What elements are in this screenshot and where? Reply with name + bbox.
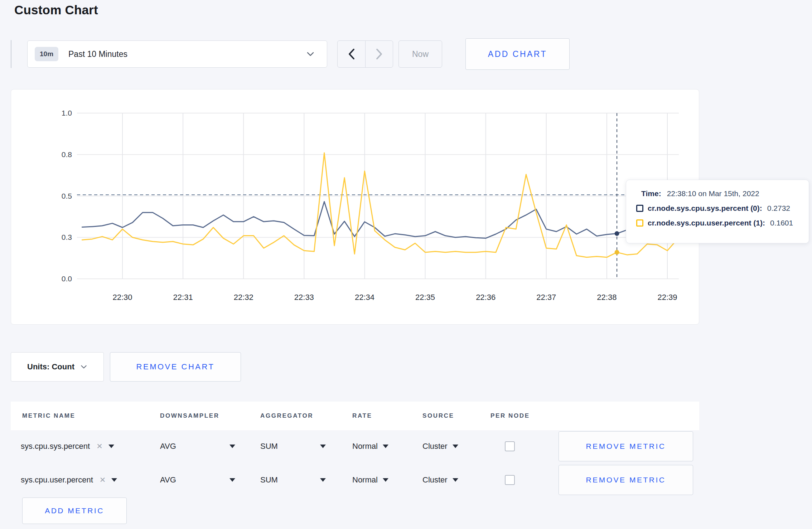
add-chart-button[interactable]: ADD CHART xyxy=(465,38,570,70)
chart-card: 0.00.30.50.81.022:3022:3122:3222:3322:34… xyxy=(11,89,699,325)
source-value: Cluster xyxy=(422,442,448,451)
x-axis-tick-label: 22:30 xyxy=(112,293,132,302)
remove-chart-button[interactable]: REMOVE CHART xyxy=(110,352,241,382)
caret-down-icon xyxy=(320,478,326,482)
chart-tooltip: Time: 22:38:10 on Mar 15th, 2022 cr.node… xyxy=(626,180,809,243)
now-button[interactable]: Now xyxy=(398,40,442,68)
tooltip-series-label: cr.node.sys.cpu.user.percent (1): xyxy=(648,219,765,227)
source-select[interactable]: Cluster xyxy=(422,473,458,487)
remove-metric-x-icon[interactable]: ✕ xyxy=(100,476,106,484)
series-sys-swatch-icon xyxy=(636,205,643,212)
series-line-cr.node.sys.cpu.user.percent xyxy=(82,153,677,257)
caret-down-icon xyxy=(383,445,388,448)
column-header-metric-name: METRIC NAME xyxy=(22,402,76,430)
rate-value: Normal xyxy=(352,442,378,451)
tooltip-time-value: 22:38:10 on Mar 15th, 2022 xyxy=(667,189,759,198)
downsampler-select[interactable]: AVG xyxy=(160,473,235,487)
time-window-label: Past 10 Minutes xyxy=(68,49,127,59)
x-axis-tick-label: 22:32 xyxy=(234,293,253,302)
toolbar-divider xyxy=(11,40,11,68)
metric-name-select[interactable]: sys.cpu.sys.percent ✕ xyxy=(21,439,114,453)
per-node-checkbox[interactable] xyxy=(505,441,515,451)
metric-name-select[interactable]: sys.cpu.user.percent ✕ xyxy=(21,473,117,487)
x-axis-tick-label: 22:35 xyxy=(415,293,435,302)
series-user-swatch-icon xyxy=(636,219,643,227)
column-header-aggregator: AGGREGATOR xyxy=(260,402,313,430)
page-title: Custom Chart xyxy=(14,3,98,17)
downsampler-value: AVG xyxy=(160,475,176,485)
downsampler-value: AVG xyxy=(160,442,176,451)
caret-down-icon xyxy=(320,445,326,448)
chevron-left-icon xyxy=(348,48,356,60)
time-next-button[interactable] xyxy=(365,41,393,67)
x-axis-tick-label: 22:38 xyxy=(597,293,617,302)
x-axis-tick-label: 22:31 xyxy=(173,293,193,302)
chevron-down-icon xyxy=(80,364,87,369)
y-axis-tick-label: 0.3 xyxy=(62,233,72,241)
caret-down-icon xyxy=(453,478,458,482)
downsampler-select[interactable]: AVG xyxy=(160,439,235,453)
timeseries-chart[interactable]: 0.00.30.50.81.022:3022:3122:3222:3322:34… xyxy=(11,89,699,324)
crosshair-dot xyxy=(615,250,619,254)
aggregator-value: SUM xyxy=(260,475,278,485)
x-axis-tick-label: 22:37 xyxy=(536,293,556,302)
chevron-down-icon xyxy=(306,51,315,57)
metric-name-label: sys.cpu.user.percent xyxy=(21,475,93,485)
tooltip-series-row: cr.node.sys.cpu.user.percent (1): 0.1601 xyxy=(636,219,809,227)
tooltip-series-value: 0.1601 xyxy=(770,219,793,227)
y-axis-tick-label: 0.0 xyxy=(62,275,72,283)
column-header-rate: RATE xyxy=(352,402,372,430)
time-window-badge: 10m xyxy=(35,47,58,61)
add-metric-button[interactable]: ADD METRIC xyxy=(22,498,127,524)
crosshair-dot xyxy=(615,231,619,236)
column-header-source: SOURCE xyxy=(422,402,454,430)
caret-down-icon xyxy=(229,478,235,482)
tooltip-series-value: 0.2732 xyxy=(767,204,790,213)
remove-metric-x-icon[interactable]: ✕ xyxy=(96,442,103,451)
column-header-per-node: PER NODE xyxy=(490,402,530,430)
caret-down-icon xyxy=(383,478,388,482)
y-axis-tick-label: 0.5 xyxy=(62,192,72,200)
units-dropdown[interactable]: Units: Count xyxy=(11,352,104,382)
x-axis-tick-label: 22:34 xyxy=(355,293,374,302)
y-axis-tick-label: 0.8 xyxy=(62,150,72,159)
tooltip-series-row: cr.node.sys.cpu.sys.percent (0): 0.2732 xyxy=(636,204,809,213)
x-axis-tick-label: 22:36 xyxy=(476,293,496,302)
per-node-checkbox[interactable] xyxy=(505,475,515,485)
caret-down-icon xyxy=(108,445,114,448)
series-line-cr.node.sys.cpu.sys.percent xyxy=(82,202,677,238)
remove-metric-button[interactable]: REMOVE METRIC xyxy=(559,431,693,461)
source-value: Cluster xyxy=(422,475,448,485)
time-window-dropdown[interactable]: 10m Past 10 Minutes xyxy=(27,40,327,68)
tooltip-time-label: Time: xyxy=(641,189,661,198)
time-prev-button[interactable] xyxy=(338,41,365,67)
remove-metric-button[interactable]: REMOVE METRIC xyxy=(559,465,693,495)
units-label: Units: Count xyxy=(27,362,74,372)
caret-down-icon xyxy=(453,445,458,448)
source-select[interactable]: Cluster xyxy=(422,439,458,453)
time-nav-group xyxy=(337,40,393,68)
metric-name-label: sys.cpu.sys.percent xyxy=(21,442,90,451)
chevron-right-icon xyxy=(375,48,383,60)
aggregator-select[interactable]: SUM xyxy=(260,439,326,453)
tooltip-time-row: Time: 22:38:10 on Mar 15th, 2022 xyxy=(636,189,809,198)
x-axis-tick-label: 22:39 xyxy=(657,293,677,302)
column-header-downsampler: DOWNSAMPLER xyxy=(160,402,219,430)
x-axis-tick-label: 22:33 xyxy=(294,293,314,302)
aggregator-select[interactable]: SUM xyxy=(260,473,326,487)
rate-select[interactable]: Normal xyxy=(352,473,388,487)
tooltip-series-label: cr.node.sys.cpu.sys.percent (0): xyxy=(648,204,762,213)
y-axis-tick-label: 1.0 xyxy=(62,109,72,117)
caret-down-icon xyxy=(229,445,235,448)
rate-select[interactable]: Normal xyxy=(352,439,388,453)
caret-down-icon xyxy=(111,478,117,482)
aggregator-value: SUM xyxy=(260,442,278,451)
rate-value: Normal xyxy=(352,475,378,485)
